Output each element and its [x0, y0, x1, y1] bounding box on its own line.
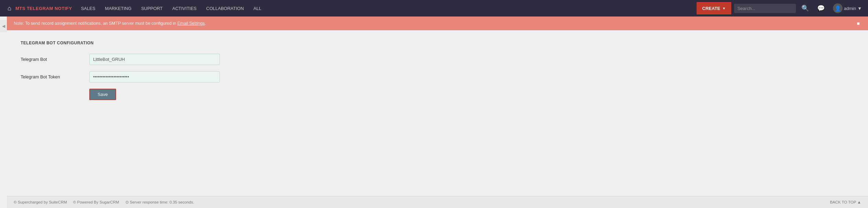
nav-item-support[interactable]: SUPPORT	[136, 0, 168, 17]
footer-server-time: ⊙ Server response time: 0.35 seconds.	[125, 200, 194, 205]
footer-supercharged: © Supercharged by SuiteCRM	[14, 200, 67, 204]
search-input[interactable]	[734, 4, 796, 13]
admin-menu[interactable]: 👤 admin ▼	[830, 2, 865, 14]
sidebar-toggle-button[interactable]: ◀	[0, 20, 7, 32]
nav-item-sales[interactable]: SALES	[76, 0, 100, 17]
footer: © Supercharged by SuiteCRM © Powered By …	[7, 196, 868, 208]
save-button[interactable]: Save	[89, 89, 116, 100]
nav-item-all[interactable]: ALL	[249, 0, 266, 17]
back-to-top-button[interactable]: BACK TO TOP ▲	[830, 200, 861, 204]
footer-left: © Supercharged by SuiteCRM © Powered By …	[14, 200, 194, 205]
notification-banner: Note: To send record assignment notifica…	[7, 17, 868, 30]
page-wrapper: ⌂ MTS TELEGRAM NOTIFY SALES MARKETING SU…	[0, 0, 868, 208]
footer-powered: © Powered By SugarCRM	[73, 200, 119, 204]
main-content: TELEGRAM BOT CONFIGURATION Telegram Bot …	[7, 30, 868, 168]
nav-item-marketing[interactable]: MARKETING	[100, 0, 136, 17]
nav-item-activities[interactable]: ACTIVITIES	[167, 0, 201, 17]
section-title: TELEGRAM BOT CONFIGURATION	[21, 41, 854, 45]
notification-text: Note: To send record assignment notifica…	[14, 21, 206, 26]
create-button[interactable]: CREATE ▼	[697, 2, 731, 14]
nav-items: SALES MARKETING SUPPORT ACTIVITIES COLLA…	[76, 0, 697, 17]
home-icon[interactable]: ⌂	[3, 5, 15, 12]
create-label: CREATE	[702, 6, 720, 11]
admin-caret-icon: ▼	[857, 6, 862, 11]
nav-item-collaboration[interactable]: COLLABORATION	[201, 0, 249, 17]
content-area: ◀ Note: To send record assignment notifi…	[0, 17, 868, 208]
telegram-bot-token-input[interactable]	[89, 71, 220, 83]
admin-label: admin	[844, 6, 856, 11]
nav-right: CREATE ▼ 🔍 💬 👤 admin ▼	[697, 2, 865, 14]
avatar-icon: 👤	[833, 3, 843, 13]
chat-icon-button[interactable]: 💬	[814, 3, 827, 13]
topnav: ⌂ MTS TELEGRAM NOTIFY SALES MARKETING SU…	[0, 0, 868, 17]
brand-label: MTS TELEGRAM NOTIFY	[15, 6, 76, 11]
notification-close-icon[interactable]: ■	[856, 21, 861, 26]
telegram-bot-label: Telegram Bot	[21, 57, 89, 62]
telegram-bot-field-group: Telegram Bot	[21, 54, 854, 65]
email-settings-link[interactable]: Email Settings	[177, 21, 205, 26]
sidebar-toggle-col: ◀	[0, 17, 7, 208]
search-icon-button[interactable]: 🔍	[799, 3, 812, 13]
telegram-bot-token-field-group: Telegram Bot Token	[21, 71, 854, 83]
create-caret-icon: ▼	[722, 7, 726, 10]
save-button-wrapper: Save	[89, 89, 854, 100]
telegram-bot-token-label: Telegram Bot Token	[21, 74, 89, 79]
telegram-bot-input[interactable]	[89, 54, 220, 65]
